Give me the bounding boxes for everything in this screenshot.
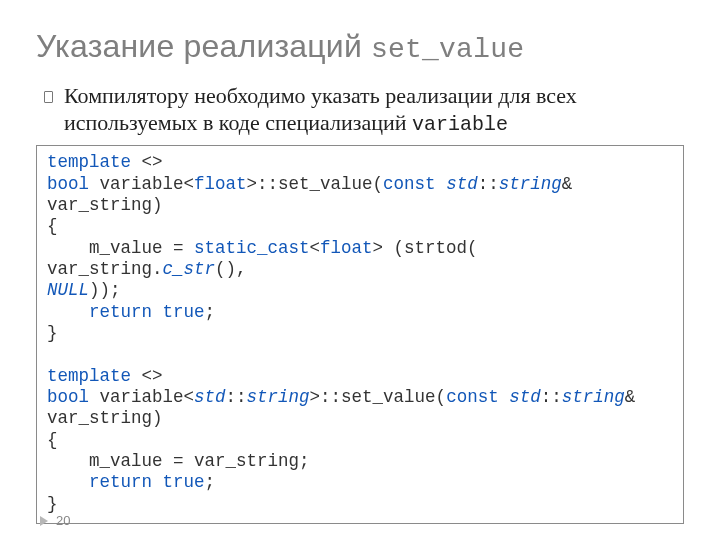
title-text: Указание реализаций: [36, 28, 371, 64]
code-token: static_cast: [194, 238, 310, 258]
code-token: c_str: [163, 259, 216, 279]
code-token: <>: [131, 152, 163, 172]
code-token: [152, 302, 163, 322]
code-token: variable<: [89, 387, 194, 407]
code-token: [499, 387, 510, 407]
code-token: m_value = var_string;: [47, 451, 310, 471]
code-token: std: [194, 387, 226, 407]
code-token: {: [47, 216, 58, 236]
code-token: string: [247, 387, 310, 407]
code-token: const: [446, 387, 499, 407]
code-token: ::: [541, 387, 562, 407]
code-token: <: [310, 238, 321, 258]
code-token: <>: [131, 366, 163, 386]
triangle-icon: [40, 516, 48, 526]
code-token: >::set_value(: [310, 387, 447, 407]
code-token: m_value =: [47, 238, 194, 258]
code-token: NULL: [47, 280, 89, 300]
code-token: template: [47, 152, 131, 172]
bullet-item: Компилятору необходимо указать реализаци…: [62, 83, 684, 137]
code-token: &: [625, 387, 646, 407]
code-token: float: [320, 238, 373, 258]
code-token: ));: [89, 280, 121, 300]
footer: 20: [40, 513, 70, 528]
code-token: }: [47, 323, 58, 343]
code-token: float: [194, 174, 247, 194]
slide: Указание реализаций set_value Компилятор…: [0, 0, 720, 540]
code-token: string: [562, 387, 625, 407]
code-token: std: [446, 174, 478, 194]
code-token: var_string): [47, 408, 163, 428]
code-token: [47, 472, 89, 492]
code-token: (),: [215, 259, 257, 279]
code-token: [152, 472, 163, 492]
code-token: {: [47, 430, 58, 450]
bullet-mono: variable: [412, 113, 508, 136]
code-token: return: [89, 302, 152, 322]
code-token: bool: [47, 174, 89, 194]
code-token: template: [47, 366, 131, 386]
page-title: Указание реализаций set_value: [36, 28, 684, 65]
code-token: ::: [226, 387, 247, 407]
code-token: ;: [205, 302, 216, 322]
code-token: return: [89, 472, 152, 492]
code-token: bool: [47, 387, 89, 407]
code-token: true: [163, 472, 205, 492]
code-token: string: [499, 174, 562, 194]
code-token: >::set_value(: [247, 174, 384, 194]
code-block: template <> bool variable<float>::set_va…: [36, 145, 684, 524]
title-mono: set_value: [371, 34, 524, 65]
code-token: [47, 302, 89, 322]
code-token: ;: [205, 472, 216, 492]
bullet-list: Компилятору необходимо указать реализаци…: [36, 83, 684, 137]
code-token: ::: [478, 174, 499, 194]
code-token: const: [383, 174, 436, 194]
code-token: }: [47, 494, 58, 514]
code-token: variable<: [89, 174, 194, 194]
page-number: 20: [56, 513, 70, 528]
code-token: [436, 174, 447, 194]
code-token: true: [163, 302, 205, 322]
code-token: std: [509, 387, 541, 407]
